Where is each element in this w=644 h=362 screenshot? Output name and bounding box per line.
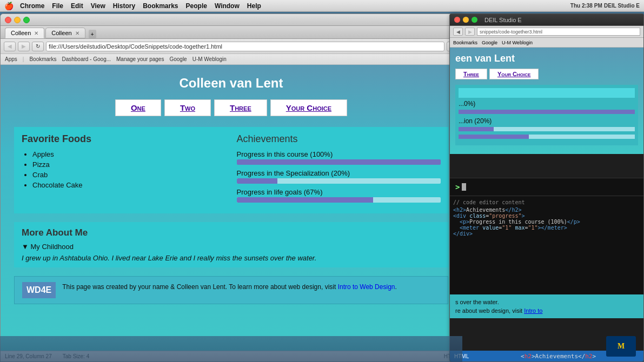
more-about-title: More About Me [22, 227, 441, 238]
right-scroll-header [459, 88, 635, 98]
childhood-toggle[interactable]: ▼ My Childhood [22, 243, 441, 251]
two-column-section: Favorite Foods Apples Pizza Crab Chocola… [14, 127, 448, 213]
back-button[interactable]: ◀ [4, 42, 16, 51]
forward-button[interactable]: ▶ [18, 42, 30, 51]
achievement-3-bar-bg [237, 197, 441, 203]
michigan-m-logo: M [618, 342, 625, 351]
childhood-text: I grew up in Ashtabula Ohio. I lived nea… [22, 254, 441, 262]
right-footer-text-2: re about web design, visit Intro to [455, 307, 638, 314]
editor-url-text: snippets/code-together3.html [480, 29, 542, 35]
editor-nav-bar: ◀ ▶ snippets/code-together3.html [450, 26, 643, 38]
code-line-4: <meter value="1" max="1"></meter> [453, 225, 640, 231]
achievement-2-bar-bg [237, 178, 441, 184]
food-list: Apples Pizza Crab Chocolate Cake [22, 150, 226, 189]
nav-button-two[interactable]: Two [164, 99, 211, 116]
right-achievement-1: ...0%) [459, 100, 635, 108]
menu-people[interactable]: People [186, 2, 207, 10]
editor-bookmark-bookmarks[interactable]: Bookmarks [453, 40, 477, 45]
bookmarks-bar: Apps | Bookmarks Dashboard - Goog... Man… [1, 54, 462, 65]
editor-bookmark-um[interactable]: U-M Weblogin [502, 40, 533, 45]
url-text: file:///Users/deilstudio/Desktop/CodeSni… [49, 43, 222, 50]
browser-window-left: Colleen ✕ Colleen ✕ + ◀ ▶ ↻ file:///User… [0, 14, 462, 362]
right-progress-3-fill [459, 135, 529, 139]
right-nav-buttons: Three Your Choice [455, 69, 638, 79]
food-item-chocolate-cake: Chocolate Cake [32, 181, 226, 189]
menu-window[interactable]: Window [215, 2, 240, 10]
footer-link[interactable]: Intro to Web Design [338, 283, 395, 291]
maximize-window-button[interactable] [23, 17, 30, 23]
menu-chrome[interactable]: Chrome [20, 2, 44, 10]
code-line-2: <div class="progress"> [453, 213, 640, 219]
right-nav-three[interactable]: Three [455, 69, 487, 79]
right-achievements-box: ...0%) ...ion (20%) [455, 85, 638, 145]
achievement-3-bar-fill [237, 197, 374, 203]
right-footer-link[interactable]: Intro to [524, 307, 542, 314]
food-item-pizza: Pizza [32, 160, 226, 169]
bookmark-dashboard[interactable]: Dashboard - Goog... [62, 56, 111, 62]
tab-colleen-2[interactable]: Colleen ✕ [45, 28, 85, 38]
achievement-2-bar-fill [237, 178, 278, 184]
tab-close-1[interactable]: ✕ [34, 30, 38, 36]
editor-minimize-button[interactable] [463, 17, 469, 23]
new-tab-button[interactable]: + [89, 30, 96, 38]
tab-close-2[interactable]: ✕ [75, 30, 79, 36]
editor-url-bar[interactable]: snippets/code-together3.html [477, 28, 640, 36]
nav-bar: ◀ ▶ ↻ file:///Users/deilstudio/Desktop/C… [1, 39, 462, 54]
right-progress-2-fill [459, 127, 494, 131]
editor-bookmark-google[interactable]: Google [482, 40, 497, 45]
editor-back-btn[interactable]: ◀ [453, 28, 463, 36]
menu-view[interactable]: View [91, 2, 105, 10]
menu-edit[interactable]: Edit [71, 2, 83, 10]
tab-bar: Colleen ✕ Colleen ✕ + [1, 26, 462, 39]
menu-bookmarks[interactable]: Bookmarks [143, 2, 178, 10]
right-footer-area: s over the water. re about web design, v… [450, 294, 643, 318]
nav-button-yourchoice[interactable]: Your Choice [270, 99, 347, 116]
more-about-section: More About Me ▼ My Childhood I grew up i… [14, 222, 448, 267]
achievement-3-label: Progress in life goals (67%) [237, 188, 441, 196]
minimize-window-button[interactable] [14, 17, 21, 23]
tab-colleen-1[interactable]: Colleen ✕ [5, 28, 44, 38]
right-nav-yourchoice[interactable]: Your Choice [489, 69, 539, 79]
right-progress-3-bg [459, 135, 635, 139]
menu-help[interactable]: Help [247, 2, 261, 10]
apple-menu-icon[interactable]: 🍎 [4, 2, 14, 10]
favorite-foods-title: Favorite Foods [22, 133, 226, 145]
right-footer-text-1: s over the water. [455, 299, 638, 305]
bookmark-bookmarks[interactable]: Bookmarks [29, 56, 56, 62]
right-progress-2-bg [459, 127, 635, 131]
achievement-3: Progress in life goals (67%) [237, 188, 441, 203]
terminal-prompt-symbol: > [455, 183, 460, 191]
browser-titlebar [1, 14, 462, 26]
url-bar[interactable]: file:///Users/deilstudio/Desktop/CodeSni… [46, 42, 444, 51]
refresh-button[interactable]: ↻ [32, 42, 44, 51]
wde-logo: WD4E [22, 282, 56, 298]
bookmark-apps[interactable]: Apps [5, 56, 17, 62]
menu-history[interactable]: History [113, 2, 135, 10]
editor-maximize-button[interactable] [472, 17, 477, 23]
code-line-3: <p>Progress in this course (100%)</p> [453, 219, 640, 225]
nav-button-one[interactable]: One [115, 99, 161, 116]
editor-close-button[interactable] [454, 17, 460, 23]
bookmark-google[interactable]: Google [169, 56, 187, 62]
editor-window: DEIL Studio E ◀ ▶ snippets/code-together… [449, 14, 644, 362]
terminal-cursor [462, 183, 466, 191]
terminal-prompt-area: > [450, 178, 643, 196]
menu-file[interactable]: File [52, 2, 63, 10]
code-comment: // code editor content [453, 199, 640, 205]
footer-section: WD4E This page was created by your name … [14, 276, 448, 304]
editor-titlebar: DEIL Studio E [450, 14, 643, 26]
right-progress-1-bg [459, 110, 635, 114]
bookmark-manage-pages[interactable]: Manage your pages [116, 56, 164, 62]
bookmark-um-weblogin[interactable]: U-M Weblogin [192, 56, 227, 62]
code-line-1: <h2>Achievements</h2> [453, 207, 640, 213]
achievements-title: Achievements [237, 133, 441, 145]
editor-forward-btn[interactable]: ▶ [465, 28, 475, 36]
bottom-water-decoration [0, 336, 462, 362]
close-window-button[interactable] [5, 17, 11, 23]
nav-button-three[interactable]: Three [214, 99, 267, 116]
right-footer-content: re about web design, visit [455, 307, 522, 314]
tab-label-1: Colleen [11, 30, 31, 36]
editor-bookmarks-bar: Bookmarks Google U-M Weblogin [450, 38, 643, 48]
achievement-1-bar-fill [237, 159, 441, 165]
favorite-foods-section: Favorite Foods Apples Pizza Crab Chocola… [22, 133, 226, 207]
